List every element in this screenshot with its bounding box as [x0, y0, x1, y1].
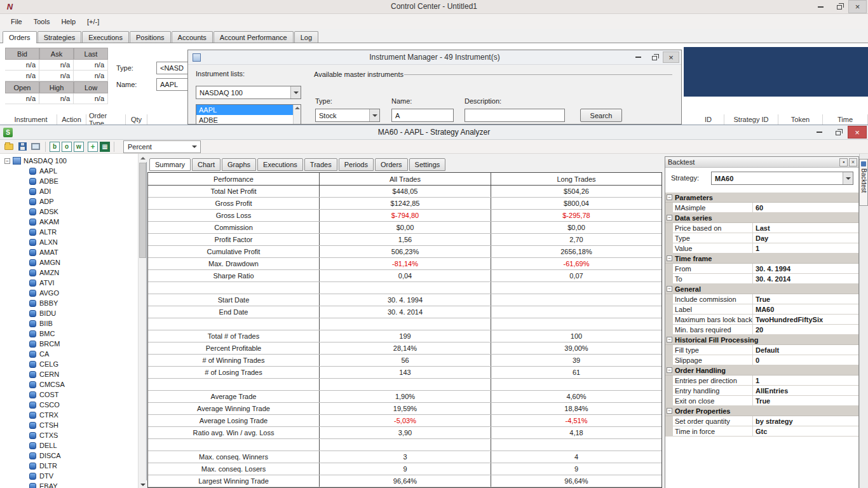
property-value[interactable]: 60: [753, 203, 858, 212]
tree-item-altr[interactable]: ALTR: [29, 227, 146, 237]
display-mode-select[interactable]: Percent: [123, 140, 201, 153]
search-button[interactable]: Search: [580, 109, 622, 122]
list-item-aapl[interactable]: AAPL: [196, 105, 301, 115]
chevron-down-icon[interactable]: [843, 172, 853, 184]
property-row-include-commission[interactable]: Include commissionTrue: [665, 294, 858, 304]
tree-item-ctrx[interactable]: CTRX: [29, 410, 146, 420]
property-category-general[interactable]: −General: [665, 284, 858, 294]
minimize-button[interactable]: [630, 51, 646, 63]
collapse-icon[interactable]: −: [667, 408, 672, 414]
scroll-thumb[interactable]: [139, 163, 146, 258]
property-row-to[interactable]: To30. 4. 2014: [665, 274, 858, 284]
pin-icon[interactable]: ▪: [839, 158, 848, 166]
tab-trades[interactable]: Trades: [304, 158, 337, 171]
cc-tab-executions[interactable]: Executions: [82, 31, 129, 43]
tab-orders[interactable]: Orders: [375, 158, 408, 171]
collapse-icon[interactable]: −: [667, 194, 672, 200]
close-button[interactable]: ×: [848, 126, 867, 139]
chevron-down-icon[interactable]: [369, 109, 379, 121]
column-header-qty[interactable]: Qty: [126, 114, 147, 125]
column-header-instrument[interactable]: Instrument: [5, 114, 57, 125]
instrument-manager-titlebar[interactable]: Instrument Manager - 49 Instrument(s) ×: [188, 50, 681, 65]
close-button[interactable]: ×: [848, 0, 867, 13]
tree-item-amgn[interactable]: AMGN: [29, 257, 146, 268]
tree-item-adsk[interactable]: ADSK: [29, 207, 146, 217]
collapse-icon[interactable]: −: [667, 337, 672, 342]
property-value[interactable]: AllEntries: [753, 386, 858, 395]
property-row-entry-handling[interactable]: Entry handlingAllEntries: [665, 386, 858, 396]
property-row-min-bars-required[interactable]: Min. bars required20: [665, 325, 858, 335]
property-category-historical-fill-processing[interactable]: −Historical Fill Processing: [665, 335, 858, 345]
close-button[interactable]: ×: [663, 51, 679, 63]
close-icon[interactable]: ×: [849, 158, 857, 166]
property-row-entries-per-direction[interactable]: Entries per direction1: [665, 376, 858, 386]
cc-tab-account-performance[interactable]: Account Performance: [214, 31, 294, 43]
tree-item-akam[interactable]: AKAM: [29, 217, 146, 227]
restore-button[interactable]: [830, 0, 848, 13]
instrument-list-select[interactable]: NASDAQ 100: [196, 86, 301, 99]
list-item-adbe[interactable]: ADBE: [196, 115, 301, 125]
tab-settings[interactable]: Settings: [409, 158, 446, 171]
backtest-panel-header[interactable]: Backtest ▪ ×: [665, 157, 858, 168]
export-excel-button[interactable]: ▦: [100, 142, 110, 152]
tree-item-adp[interactable]: ADP: [29, 196, 146, 207]
tree-item-amzn[interactable]: AMZN: [29, 268, 146, 278]
collapse-icon[interactable]: −: [667, 286, 672, 292]
property-value[interactable]: Default: [753, 345, 858, 355]
tree-item-avgo[interactable]: AVGO: [29, 288, 146, 298]
property-row-slippage[interactable]: Slippage0: [665, 355, 858, 365]
property-row-price-based-on[interactable]: Price based onLast: [665, 223, 858, 233]
column-header-action[interactable]: Action: [57, 114, 86, 125]
tree-item-dtv[interactable]: DTV: [29, 471, 146, 481]
property-value[interactable]: 0: [753, 355, 858, 365]
name-input[interactable]: A: [391, 109, 454, 122]
property-category-order-handling[interactable]: −Order Handling: [665, 365, 858, 376]
tree-item-amat[interactable]: AMAT: [29, 247, 146, 257]
description-input[interactable]: [465, 109, 565, 122]
tab-executions[interactable]: Executions: [257, 158, 303, 171]
menu-file[interactable]: File: [5, 15, 28, 28]
property-row-exit-on-close[interactable]: Exit on closeTrue: [665, 396, 858, 406]
open-folder-button[interactable]: [3, 141, 15, 152]
collapse-icon[interactable]: −: [4, 158, 10, 164]
tree-item-disca[interactable]: DISCA: [29, 451, 146, 461]
type-select[interactable]: Stock: [315, 109, 380, 122]
tree-item-adi[interactable]: ADI: [29, 186, 146, 196]
save-button[interactable]: [17, 141, 28, 152]
toolbar-button-o[interactable]: o: [62, 142, 72, 152]
listbox-scrollbar[interactable]: [293, 105, 301, 125]
tab-chart[interactable]: Chart: [192, 158, 220, 171]
tree-item-dell[interactable]: DELL: [29, 440, 146, 451]
control-center-titlebar[interactable]: N Control Center - Untitled1 ×: [0, 0, 868, 14]
toolbar-button-b[interactable]: b: [50, 142, 60, 152]
tree-item-dltr[interactable]: DLTR: [29, 461, 146, 471]
column-header-token[interactable]: Token: [778, 114, 823, 125]
tree-item-aapl[interactable]: AAPL: [29, 166, 146, 176]
tree-item-bmc[interactable]: BMC: [29, 329, 146, 339]
property-value[interactable]: Gtc: [753, 426, 858, 436]
property-value[interactable]: Day: [753, 233, 858, 243]
scroll-down-button[interactable]: [139, 480, 147, 488]
property-value[interactable]: True: [753, 294, 858, 304]
tree-item-cost[interactable]: COST: [29, 390, 146, 400]
cc-tab-orders[interactable]: Orders: [3, 31, 37, 43]
collapse-icon[interactable]: −: [667, 255, 672, 261]
property-value[interactable]: True: [753, 396, 858, 405]
property-row-maximum-bars-look-back[interactable]: Maximum bars look backTwoHundredFiftySix: [665, 315, 858, 325]
property-value[interactable]: 1: [753, 243, 858, 253]
property-value[interactable]: 1: [753, 376, 858, 385]
property-row-label[interactable]: LabelMA60: [665, 304, 858, 315]
property-row-fill-type[interactable]: Fill typeDefault: [665, 345, 858, 355]
toolbar-button-w[interactable]: w: [74, 142, 84, 152]
tree-item-ebay[interactable]: EBAY: [29, 481, 146, 488]
menu-tools[interactable]: Tools: [28, 15, 56, 28]
cc-tab-positions[interactable]: Positions: [130, 31, 171, 43]
property-value[interactable]: Last: [753, 223, 858, 233]
property-value[interactable]: 30. 4. 1994: [753, 264, 858, 273]
chevron-down-icon[interactable]: [290, 86, 301, 98]
scroll-up-button[interactable]: [139, 154, 147, 162]
tree-item-celg[interactable]: CELG: [29, 359, 146, 369]
collapse-icon[interactable]: −: [667, 215, 672, 220]
property-row-set-order-quantity[interactable]: Set order quantityby strategy: [665, 416, 858, 426]
menu-help[interactable]: Help: [55, 15, 81, 28]
